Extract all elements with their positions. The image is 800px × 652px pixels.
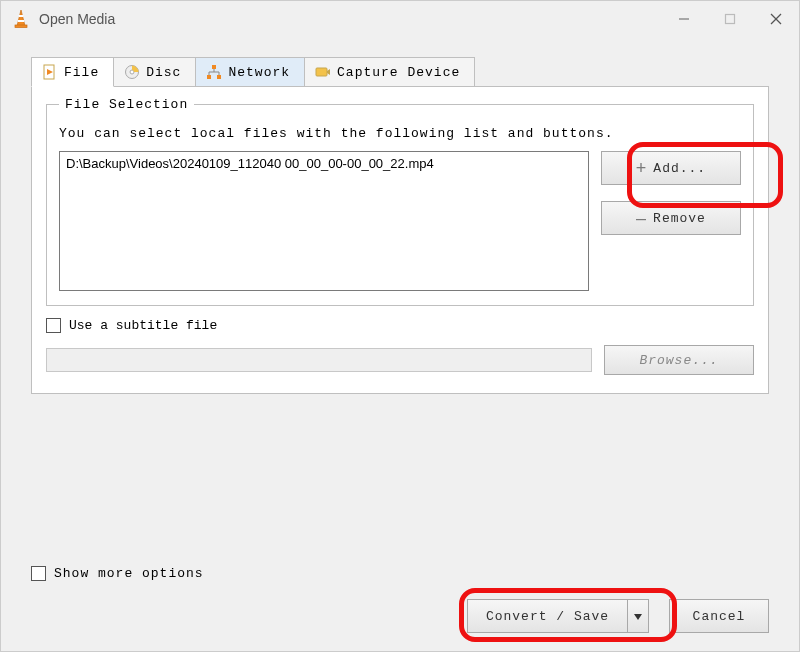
svg-rect-1 xyxy=(19,15,24,17)
tab-capture-label: Capture Device xyxy=(337,65,460,80)
svg-rect-13 xyxy=(217,75,221,79)
browse-button-label: Browse... xyxy=(639,353,718,368)
browse-button[interactable]: Browse... xyxy=(604,345,754,375)
subtitle-checkbox-row[interactable]: Use a subtitle file xyxy=(46,318,754,333)
source-tabs: File Disc Network Capture Device xyxy=(31,57,769,87)
chevron-down-icon xyxy=(634,609,642,624)
dialog-content: File Disc Network Capture Device xyxy=(1,37,799,560)
svg-point-10 xyxy=(130,70,134,74)
file-selection-legend: File Selection xyxy=(59,97,194,112)
tab-disc[interactable]: Disc xyxy=(113,57,196,87)
svg-rect-2 xyxy=(18,20,24,22)
convert-save-dropdown[interactable] xyxy=(627,599,649,633)
svg-rect-0 xyxy=(15,25,27,28)
tab-capture[interactable]: Capture Device xyxy=(304,57,475,87)
file-list[interactable]: D:\Backup\Videos\20240109_112040 00_00_0… xyxy=(59,151,589,291)
svg-rect-12 xyxy=(207,75,211,79)
remove-button-label: Remove xyxy=(653,211,706,226)
svg-rect-4 xyxy=(726,15,735,24)
cancel-button-label: Cancel xyxy=(693,609,746,624)
cancel-button[interactable]: Cancel xyxy=(669,599,769,633)
capture-icon xyxy=(315,64,331,80)
add-button[interactable]: + Add... xyxy=(601,151,741,185)
minus-icon: – xyxy=(636,209,647,227)
subtitle-row: Browse... xyxy=(46,345,754,375)
tab-panel-file: File Selection You can select local file… xyxy=(31,86,769,394)
show-more-row[interactable]: Show more options xyxy=(31,566,769,581)
svg-marker-20 xyxy=(634,614,642,620)
svg-rect-11 xyxy=(212,65,216,69)
add-button-label: Add... xyxy=(653,161,706,176)
convert-save-split-button: Convert / Save xyxy=(467,599,649,633)
subtitle-path-input[interactable] xyxy=(46,348,592,372)
subtitle-checkbox-label: Use a subtitle file xyxy=(69,318,217,333)
window-controls xyxy=(661,1,799,37)
subtitle-checkbox[interactable] xyxy=(46,318,61,333)
tab-disc-label: Disc xyxy=(146,65,181,80)
close-button[interactable] xyxy=(753,1,799,37)
open-media-dialog: Open Media File xyxy=(0,0,800,652)
tab-network-label: Network xyxy=(228,65,290,80)
file-selection-hint: You can select local files with the foll… xyxy=(59,126,741,141)
file-icon xyxy=(42,64,58,80)
tab-file-label: File xyxy=(64,65,99,80)
tab-network[interactable]: Network xyxy=(195,57,305,87)
minimize-button[interactable] xyxy=(661,1,707,37)
vlc-cone-icon xyxy=(11,9,31,29)
window-title: Open Media xyxy=(39,11,661,27)
file-list-item[interactable]: D:\Backup\Videos\20240109_112040 00_00_0… xyxy=(66,156,582,171)
show-more-checkbox[interactable] xyxy=(31,566,46,581)
show-more-label: Show more options xyxy=(54,566,204,581)
dialog-footer: Show more options Convert / Save Cancel xyxy=(1,560,799,651)
convert-save-button[interactable]: Convert / Save xyxy=(467,599,627,633)
disc-icon xyxy=(124,64,140,80)
convert-save-label: Convert / Save xyxy=(486,609,609,624)
remove-button[interactable]: – Remove xyxy=(601,201,741,235)
maximize-button[interactable] xyxy=(707,1,753,37)
network-icon xyxy=(206,64,222,80)
plus-icon: + xyxy=(636,159,648,177)
file-selection-group: File Selection You can select local file… xyxy=(46,97,754,306)
tab-file[interactable]: File xyxy=(31,57,114,87)
svg-rect-18 xyxy=(316,68,327,76)
titlebar: Open Media xyxy=(1,1,799,37)
